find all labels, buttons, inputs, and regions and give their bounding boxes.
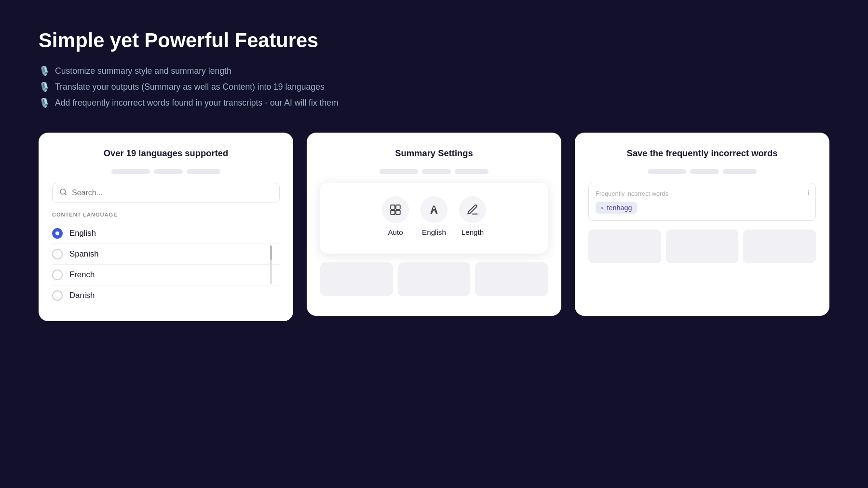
feature-emoji-1: 🎙️ xyxy=(39,66,50,77)
setting-auto[interactable]: Auto xyxy=(382,196,409,236)
sum-placeholder-tab-3 xyxy=(455,169,488,174)
words-placeholder-tab-3 xyxy=(723,169,757,174)
auto-label: Auto xyxy=(388,228,403,236)
english-label: English xyxy=(422,228,446,236)
features-list: 🎙️ Customize summary style and summary l… xyxy=(39,66,829,108)
placeholder-tab-2 xyxy=(154,169,183,174)
tag-text: tenhagg xyxy=(607,204,632,212)
language-name-french: French xyxy=(69,270,95,280)
words-placeholder-tab-2 xyxy=(690,169,719,174)
cards-row: Over 19 languages supported CONTENT LANG… xyxy=(39,133,829,321)
language-item-french[interactable]: French xyxy=(52,265,280,285)
page-title: Simple yet Powerful Features xyxy=(39,29,829,52)
radio-english xyxy=(52,228,63,239)
language-name-english: English xyxy=(69,229,96,238)
feature-text-3: Add frequently incorrect words found in … xyxy=(55,98,339,108)
language-name-danish: Danish xyxy=(69,291,95,300)
panel-label: Frequently incorrect words xyxy=(596,190,809,197)
languages-card: Over 19 languages supported CONTENT LANG… xyxy=(39,133,293,321)
language-name-spanish: Spanish xyxy=(69,249,99,259)
feature-text-2: Translate your outputs (Summary as well … xyxy=(55,82,325,92)
summary-placeholder-2 xyxy=(398,262,471,296)
feature-text-1: Customize summary style and summary leng… xyxy=(55,66,231,76)
summary-settings-title: Summary Settings xyxy=(320,148,548,159)
auto-icon-circle xyxy=(382,196,409,223)
words-card-placeholder-tabs xyxy=(588,169,816,174)
feature-item-1: 🎙️ Customize summary style and summary l… xyxy=(39,66,829,77)
language-list-wrap: English Spanish French Danish xyxy=(52,223,280,306)
radio-spanish xyxy=(52,249,63,259)
feature-emoji-3: 🎙️ xyxy=(39,97,50,108)
setting-length[interactable]: Length xyxy=(459,196,486,236)
incorrect-words-card: Save the frequently incorrect words ℹ Fr… xyxy=(575,133,829,316)
sum-placeholder-tab-1 xyxy=(380,169,418,174)
placeholder-tab-1 xyxy=(111,169,150,174)
length-icon-circle xyxy=(459,196,486,223)
summary-settings-card: Summary Settings xyxy=(307,133,561,316)
words-bottom-placeholders xyxy=(588,230,816,263)
languages-card-title: Over 19 languages supported xyxy=(52,148,280,159)
incorrect-words-title: Save the frequently incorrect words xyxy=(588,148,816,159)
english-icon-circle xyxy=(420,196,448,223)
summary-bottom-placeholders xyxy=(320,262,548,296)
words-placeholder-3 xyxy=(743,230,816,263)
words-placeholder-2 xyxy=(666,230,739,263)
language-item-danish[interactable]: Danish xyxy=(52,285,280,306)
settings-icons-row: Auto English xyxy=(382,196,486,236)
tag-container: × tenhagg xyxy=(596,202,809,214)
setting-english[interactable]: English xyxy=(420,196,448,236)
svg-rect-5 xyxy=(396,210,400,215)
lang-card-placeholder-tabs xyxy=(52,169,280,174)
settings-panel: Auto English xyxy=(320,183,548,254)
content-language-label: CONTENT LANGUAGE xyxy=(52,212,280,217)
search-icon xyxy=(59,188,67,198)
summary-placeholder-3 xyxy=(475,262,548,296)
svg-line-1 xyxy=(65,193,66,195)
scroll-indicator xyxy=(270,245,272,284)
language-item-english[interactable]: English xyxy=(52,223,280,244)
feature-emoji-2: 🎙️ xyxy=(39,81,50,93)
svg-rect-2 xyxy=(391,205,395,209)
feature-item-3: 🎙️ Add frequently incorrect words found … xyxy=(39,97,829,108)
search-box[interactable] xyxy=(52,183,280,203)
feature-item-2: 🎙️ Translate your outputs (Summary as we… xyxy=(39,81,829,93)
sum-placeholder-tab-2 xyxy=(422,169,451,174)
words-placeholder-1 xyxy=(588,230,661,263)
language-list: English Spanish French Danish xyxy=(52,223,280,306)
incorrect-words-panel[interactable]: ℹ Frequently incorrect words × tenhagg xyxy=(588,183,816,221)
summary-placeholder-1 xyxy=(320,262,393,296)
words-placeholder-tab-1 xyxy=(648,169,686,174)
placeholder-tab-3 xyxy=(187,169,220,174)
length-label: Length xyxy=(461,228,484,236)
search-input[interactable] xyxy=(72,189,272,197)
summary-card-placeholder-tabs xyxy=(320,169,548,174)
scroll-thumb xyxy=(270,245,272,260)
radio-french xyxy=(52,270,63,280)
tag-close-icon[interactable]: × xyxy=(600,204,604,212)
svg-rect-3 xyxy=(396,205,400,209)
svg-rect-4 xyxy=(391,210,395,215)
info-icon[interactable]: ℹ xyxy=(807,189,810,197)
language-item-spanish[interactable]: Spanish xyxy=(52,244,280,265)
word-tag-tenhagg[interactable]: × tenhagg xyxy=(596,202,637,214)
radio-danish xyxy=(52,290,63,301)
